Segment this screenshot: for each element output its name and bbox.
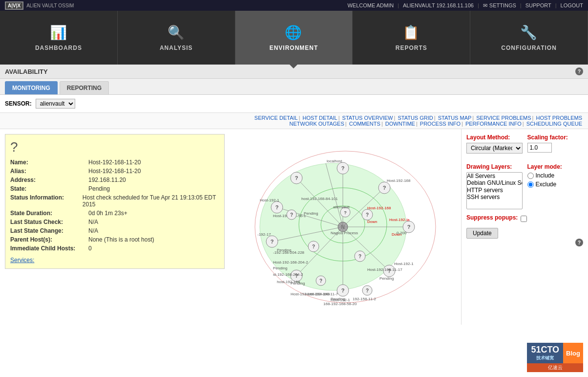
nav-environment-label: ENVIRONMENT bbox=[270, 44, 318, 51]
link-downtime[interactable]: DOWNTIME bbox=[385, 121, 415, 127]
link-scheduling-queue[interactable]: SCHEDULING QUEUE bbox=[526, 121, 582, 127]
svg-text:Host-192-168: Host-192-168 bbox=[367, 206, 391, 210]
info-row-state-duration: State Duration: 0d 0h 1m 23s+ bbox=[10, 210, 219, 217]
link-host-detail[interactable]: HOST DETAIL bbox=[303, 115, 337, 121]
layout-method-col: Layout Method: Circular (Marked Up) Circ… bbox=[466, 134, 523, 158]
links-bar: SERVICE DETAIL| HOST DETAIL| STATUS OVER… bbox=[0, 113, 588, 129]
layer-mode-exclude[interactable]: Exclude bbox=[527, 181, 584, 188]
logout-link[interactable]: LOGOUT bbox=[561, 2, 583, 8]
svg-text:?: ? bbox=[341, 165, 345, 171]
main-nav: 📊 DASHBOARDS 🔍 ANALYSIS 🌐 ENVIRONMENT 📋 … bbox=[0, 11, 588, 65]
svg-text:Pending: Pending bbox=[273, 266, 287, 270]
tab-reporting[interactable]: REPORTING bbox=[60, 81, 109, 94]
map-area: N ? localhost ? Host-192 bbox=[230, 129, 461, 325]
svg-text:Host-192-1: Host-192-1 bbox=[394, 262, 414, 266]
layer-mode-include[interactable]: Include bbox=[527, 172, 584, 179]
sensor-bar: SENSOR: alienvault bbox=[0, 95, 588, 113]
email-icon[interactable]: ✉ bbox=[483, 2, 487, 9]
suppress-checkbox[interactable] bbox=[521, 216, 527, 222]
link-status-map[interactable]: STATUS MAP bbox=[438, 115, 472, 121]
nav-dashboards[interactable]: 📊 DASHBOARDS bbox=[0, 11, 118, 65]
svg-text:Host-192-168-204-2: Host-192-168-204-2 bbox=[273, 260, 308, 265]
nav-analysis-label: ANALYSIS bbox=[160, 44, 193, 51]
nav-reports[interactable]: 📋 REPORTS bbox=[353, 11, 470, 65]
link-comments[interactable]: COMMENTS bbox=[349, 121, 380, 127]
update-button[interactable]: Update bbox=[466, 228, 498, 239]
sensor-label: SENSOR: bbox=[5, 100, 32, 107]
suppress-row: Suppress popups: bbox=[466, 214, 583, 223]
host-info-box: ? Name: Host-192-168-11-20 Alias: Host-1… bbox=[5, 134, 225, 269]
sensor-select[interactable]: alienvault bbox=[36, 99, 75, 109]
svg-text:localhost: localhost bbox=[327, 159, 342, 163]
nav-configuration[interactable]: 🔧 CONFIGURATION bbox=[470, 11, 588, 65]
svg-text:?: ? bbox=[341, 288, 345, 293]
logo-box: A|V|X bbox=[5, 1, 23, 10]
scaling-factor-input[interactable] bbox=[527, 143, 552, 153]
scaling-factor-label: Scaling factor: bbox=[527, 134, 584, 141]
info-row-alias: Alias: Host-192-168-11-20 bbox=[10, 168, 219, 175]
exclude-label: Exclude bbox=[536, 181, 557, 188]
panel-help: ? bbox=[466, 239, 583, 246]
svg-text:Nagios Process: Nagios Process bbox=[331, 231, 358, 235]
settings-link[interactable]: SETTINGS bbox=[489, 2, 516, 8]
svg-text:st-192-168-204-2: st-192-168-204-2 bbox=[273, 272, 303, 277]
layout-method-select[interactable]: Circular (Marked Up) Circular Balloon bbox=[466, 143, 523, 154]
drawing-layers-select[interactable]: All Servers Debian GNU/Linux Servers HTT… bbox=[466, 172, 523, 209]
svg-text:Down: Down bbox=[367, 220, 377, 224]
layout-method-label: Layout Method: bbox=[466, 134, 523, 141]
link-network-outages[interactable]: NETWORK OUTAGES bbox=[290, 121, 344, 127]
svg-text:Pending: Pending bbox=[379, 276, 394, 281]
nav-environment[interactable]: 🌐 ENVIRONMENT bbox=[235, 11, 353, 65]
svg-text:0-200: 0-200 bbox=[397, 231, 407, 235]
svg-text:Host-192-168-11-17: Host-192-168-11-17 bbox=[367, 267, 402, 272]
link-status-grid[interactable]: STATUS GRID bbox=[398, 115, 433, 121]
link-process-info[interactable]: PROCESS INFO bbox=[420, 121, 461, 127]
main-content: ? Name: Host-192-168-11-20 Alias: Host-1… bbox=[0, 129, 588, 325]
drawing-layers-label: Drawing Layers: bbox=[466, 163, 523, 170]
topbar: A|V|X ALIEN VAULT OSSIM WELCOME ADMIN | … bbox=[0, 0, 588, 11]
host-panel: ? Name: Host-192-168-11-20 Alias: Host-1… bbox=[0, 129, 230, 325]
reports-icon: 📋 bbox=[402, 24, 420, 41]
info-row-last-change: Last State Change: N/A bbox=[10, 227, 219, 234]
sep1: | bbox=[398, 2, 399, 8]
exclude-radio[interactable] bbox=[527, 181, 534, 188]
host-question-icon: ? bbox=[10, 139, 219, 155]
link-service-problems[interactable]: SERVICE PROBLEMS bbox=[476, 115, 531, 121]
link-status-overview[interactable]: STATUS OVERVIEW bbox=[342, 115, 393, 121]
support-link[interactable]: SUPPORT bbox=[525, 2, 551, 8]
link-service-detail[interactable]: SERVICE DETAIL bbox=[254, 115, 298, 121]
suppress-popups-label: Suppress popups: bbox=[466, 214, 518, 221]
panel-help-icon[interactable]: ? bbox=[575, 239, 583, 246]
info-row-address: Address: 192.168.11.20 bbox=[10, 177, 219, 183]
info-row-name: Name: Host-192-168-11-20 bbox=[10, 159, 219, 166]
scaling-factor-field bbox=[527, 143, 584, 153]
sep4: | bbox=[555, 2, 557, 8]
link-host-problems[interactable]: HOST PROBLEMS bbox=[536, 115, 582, 121]
layout-method-field: Circular (Marked Up) Circular Balloon bbox=[466, 143, 523, 154]
svg-text:host-192-168-84-101: host-192-168-84-101 bbox=[301, 197, 338, 201]
nav-configuration-label: CONFIGURATION bbox=[501, 44, 556, 51]
svg-text:Host-192-168-104-143: Host-192-168-104-143 bbox=[291, 292, 330, 296]
tab-monitoring[interactable]: MONITORING bbox=[5, 81, 58, 94]
welcome-text: WELCOME ADMIN bbox=[347, 2, 394, 8]
map-visualization: N ? localhost ? Host-192 bbox=[230, 129, 461, 325]
availability-help-icon[interactable]: ? bbox=[575, 67, 583, 75]
svg-text:?: ? bbox=[295, 175, 298, 181]
include-radio[interactable] bbox=[527, 173, 534, 179]
info-row-child-hosts: Immediate Child Hosts: 0 bbox=[10, 245, 219, 252]
layout-scaling-row: Layout Method: Circular (Marked Up) Circ… bbox=[466, 134, 583, 158]
scaling-factor-col: Scaling factor: bbox=[527, 134, 584, 158]
link-performance-info[interactable]: PERFORMANCE INFO bbox=[465, 121, 522, 127]
svg-text:?: ? bbox=[290, 212, 293, 218]
dashboards-icon: 📊 bbox=[50, 24, 67, 41]
nav-analysis[interactable]: 🔍 ANALYSIS bbox=[118, 11, 235, 65]
analysis-icon: 🔍 bbox=[168, 24, 185, 41]
svg-text:?: ? bbox=[312, 244, 315, 249]
include-label: Include bbox=[536, 172, 555, 179]
drawing-layers-col: Drawing Layers: All Servers Debian GNU/L… bbox=[466, 163, 523, 209]
tabs-container: MONITORING REPORTING bbox=[0, 79, 588, 95]
right-panel: Layout Method: Circular (Marked Up) Circ… bbox=[461, 129, 588, 325]
svg-text:Pending: Pending bbox=[304, 211, 318, 216]
update-btn-row: Update bbox=[466, 228, 583, 239]
services-link[interactable]: Services: bbox=[10, 257, 219, 264]
